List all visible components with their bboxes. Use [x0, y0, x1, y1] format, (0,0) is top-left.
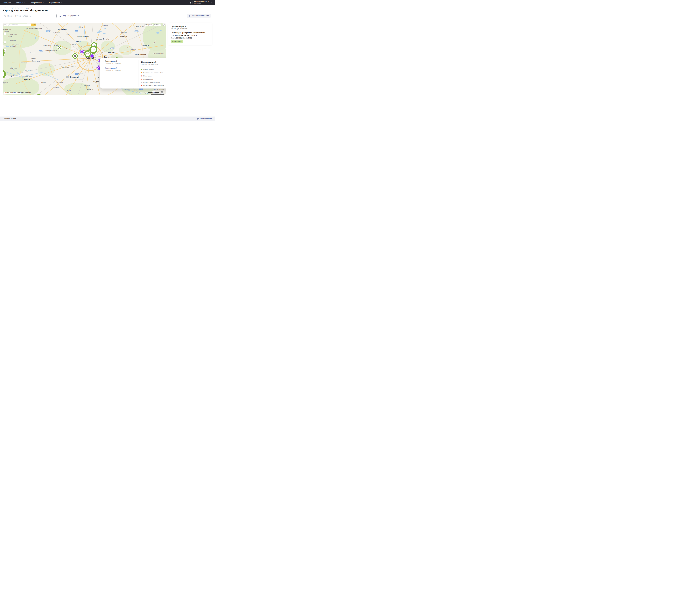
map-place-label: Красногорск — [66, 48, 76, 50]
cluster-count: 6 — [59, 47, 60, 48]
search-input[interactable] — [7, 15, 55, 17]
map-place-label: А-103 — [110, 48, 115, 49]
advanced-filter-button[interactable]: Расширенный фильтр — [186, 14, 211, 18]
map-place-label: Троицк — [67, 90, 71, 91]
status-bar: Найдено: 38 697 10/11 столбцов — [0, 117, 215, 121]
layers-button[interactable]: Слои — [154, 24, 161, 26]
support-headset-icon[interactable] — [189, 1, 191, 4]
map-place-label: Балашиха — [108, 52, 115, 53]
create-own-map-link[interactable]: Создать свою карту — [20, 92, 31, 93]
map-cluster[interactable]: 7 — [91, 54, 94, 57]
popup-org-title-address: г.Москва, ул. Печорская 1 — [141, 64, 166, 66]
map-place-label: Заречье — [71, 66, 76, 67]
popup-org-item[interactable]: Организация 1 г.Москва, ул. Печорская 1 — [103, 60, 137, 65]
nav-menu-item[interactable]: Обслуживание — [30, 2, 44, 4]
open-in-yandex-maps-label: Открыть в Яндекс.Картах — [6, 92, 21, 93]
nav-menu-item[interactable]: Ремонты — [16, 2, 25, 4]
map-place-label: А-107 — [46, 30, 50, 32]
breadcrumb-home-link[interactable]: Главная — [3, 7, 8, 9]
chevron-down-icon — [43, 2, 44, 3]
map-place-label: Павловская Слобода — [45, 50, 57, 51]
bullet-separator: • — [173, 34, 174, 37]
zoom-slider-handle[interactable] — [4, 42, 6, 43]
map-place-label: Селятино — [53, 87, 59, 88]
found-value: 38 697 — [10, 118, 16, 120]
equipment-count-link[interactable]: 24 — [171, 34, 173, 37]
open-in-yandex-maps-button[interactable]: Открыть в Яндекс.Картах — [4, 92, 21, 94]
popup-org-item[interactable]: Организация 2 г.Москва, ул. Печорская 2 — [103, 67, 137, 72]
popup-org-name[interactable]: Организация 2 — [105, 67, 137, 69]
popup-org-name[interactable]: Организация 1 — [105, 60, 137, 62]
user-block[interactable]: Константинова К.К. Сотрудник — [194, 1, 209, 5]
nav-menu-item[interactable]: Реестр — [3, 2, 10, 4]
map-cluster[interactable]: 1 581 — [89, 46, 97, 54]
chevron-down-icon — [9, 2, 10, 3]
map-place-label: Брикет — [8, 36, 12, 38]
panel-equipment-name: Система ультразвуковой визуализации — [171, 32, 209, 33]
equipment-types-link[interactable]: Виды оборудования — [59, 15, 79, 17]
terms-of-use-link[interactable]: Условия использования — [151, 93, 164, 95]
map-place-label: Щёлково — [120, 35, 127, 37]
serial-value: P001 — [188, 37, 192, 39]
columns-label: 10/11 столбцов — [200, 118, 212, 120]
advanced-filter-label: Расширенный фильтр — [192, 15, 209, 17]
status-dot-icon — [141, 85, 142, 86]
map-canvas[interactable]: Москва Зеленоград Химки Долгопрудный Мыт… — [3, 23, 166, 95]
fullscreen-button[interactable] — [163, 24, 165, 26]
map-place-label: Павловский Посад — [153, 53, 164, 54]
chevron-down-icon — [24, 2, 25, 3]
status-label: Неисправно — [143, 75, 166, 77]
status-dot-icon — [141, 82, 142, 83]
eye-icon — [197, 118, 199, 120]
map-place-label: Электросталь — [135, 53, 146, 55]
map-place-label: Сходня — [66, 33, 70, 35]
status-row: Готовится к списанию 0 ед — [141, 81, 166, 84]
map-place-label: Шарапово — [25, 70, 31, 71]
map-place-label: Тучково — [10, 75, 16, 77]
map-place-label: Обухово — [131, 49, 136, 50]
inv-value: 00-0001 — [176, 37, 182, 39]
map-place-label: Глебовский — [10, 34, 17, 35]
fullscreen-icon — [163, 24, 165, 25]
zoom-slider-track[interactable] — [7, 35, 8, 49]
status-list: Используется 1 ед Частично работоспособн… — [141, 68, 166, 87]
columns-toggle[interactable]: 10/11 столбцов — [197, 118, 212, 120]
zoom-out-button[interactable]: − — [4, 49, 6, 51]
nav-menu-item[interactable]: Справочники — [49, 2, 62, 4]
nav-menu-label: Обслуживание — [30, 2, 42, 4]
status-label: Используется — [143, 69, 166, 70]
map-cluster[interactable]: 6 — [58, 46, 61, 49]
status-row: Простаивает 0 ед — [141, 78, 166, 81]
top-nav: Реестр Ремонты Обслуживание Справочники … — [0, 0, 215, 5]
map-place-label: Московский — [70, 76, 79, 78]
panel-org-address: г.Москва, ул. Печорская 1 — [171, 28, 209, 29]
map-popup: Организация 1 г.Москва, ул. Печорская 1 … — [100, 58, 166, 89]
found-label: Найдено: — [3, 118, 10, 120]
map-place-label: Голицыно — [40, 82, 46, 83]
map-pin-icon — [5, 92, 6, 93]
page-title: Карта доступности оборудования — [3, 9, 48, 12]
map-cluster[interactable]: 3 — [80, 50, 83, 53]
map-place-label: Каринское — [21, 61, 27, 63]
map-place-label: Рождествено — [43, 45, 51, 46]
geolocation-button[interactable] — [4, 24, 6, 26]
map-place-label: А-107 — [39, 50, 43, 51]
map-place-label: Зеленоград — [58, 28, 67, 30]
divider — [138, 60, 139, 87]
status-row: Используется 1 ед — [141, 68, 166, 71]
map-place-label: А-103 — [134, 30, 139, 32]
map-address-input[interactable] — [6, 24, 31, 26]
nav-menu-label: Справочники — [49, 2, 60, 4]
sliders-icon — [189, 15, 191, 17]
chevron-down-icon[interactable] — [211, 2, 212, 3]
map-place-label: Старая Купавна — [122, 50, 132, 52]
status-dot-icon — [141, 75, 142, 76]
map-place-label: М-11 — [75, 30, 78, 32]
map-find-button[interactable]: Найти — [31, 24, 36, 26]
map-place-label: Черноголовка — [135, 26, 144, 27]
search-box — [3, 14, 56, 18]
zoom-in-button[interactable]: + — [4, 32, 6, 35]
map-cluster[interactable]: 70 — [72, 53, 78, 59]
map-place-label: Давыдовское — [12, 44, 20, 46]
traffic-button[interactable]: Пробки — [145, 24, 153, 26]
